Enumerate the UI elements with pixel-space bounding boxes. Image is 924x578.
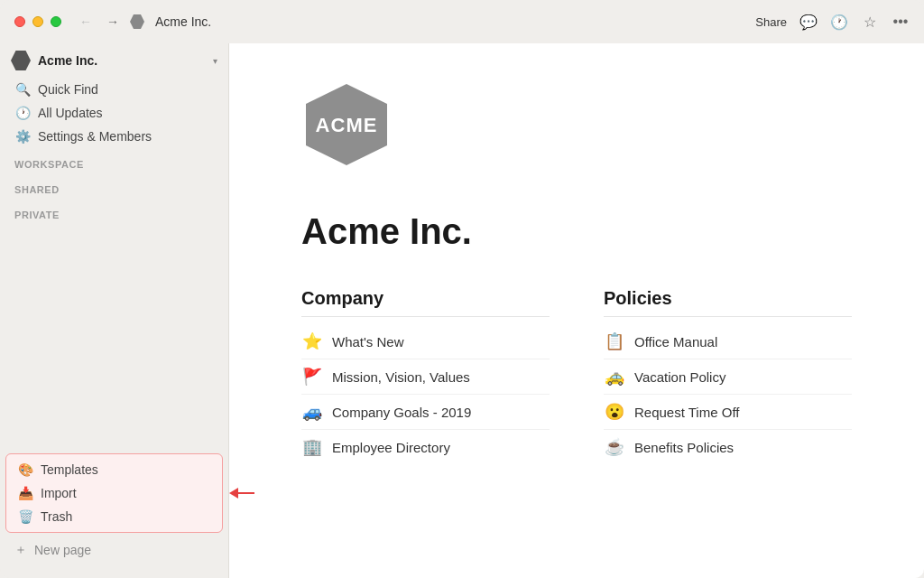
titlebar-actions: Share 💬 🕐 ☆ ••• xyxy=(755,13,910,31)
sidebar-item-settings[interactable]: ⚙️ Settings & Members xyxy=(4,125,225,148)
link-company-goals[interactable]: 🚙 Company Goals - 2019 xyxy=(301,395,550,430)
minimize-button[interactable] xyxy=(32,16,43,27)
link-office-manual[interactable]: 📋 Office Manual xyxy=(604,324,852,359)
templates-icon: 🎨 xyxy=(17,462,33,477)
back-button[interactable]: ← xyxy=(76,12,96,32)
sidebar-item-templates[interactable]: 🎨 Templates xyxy=(6,458,222,481)
comment-icon[interactable]: 💬 xyxy=(799,13,818,31)
new-page-button[interactable]: ＋ New page xyxy=(4,536,225,564)
new-page-label: New page xyxy=(34,543,91,557)
link-label: Vacation Policy xyxy=(634,369,725,385)
acme-logo: ACME xyxy=(301,79,392,179)
link-label: Office Manual xyxy=(634,334,717,350)
link-label: What's New xyxy=(332,334,404,350)
share-button[interactable]: Share xyxy=(755,15,787,29)
search-icon: 🔍 xyxy=(14,82,31,97)
sidebar-item-import[interactable]: 📥 Import xyxy=(6,481,222,505)
traffic-lights xyxy=(14,16,61,27)
link-request-time-off[interactable]: 😮 Request Time Off xyxy=(604,395,852,430)
titlebar: ← → Acme Inc. Share 💬 🕐 ☆ ••• xyxy=(0,0,924,43)
sidebar-item-label: Settings & Members xyxy=(38,129,152,144)
link-label: Benefits Policies xyxy=(634,440,734,455)
shared-section-label: SHARED xyxy=(0,173,228,199)
workspace-header[interactable]: Acme Inc. ▾ xyxy=(0,43,228,78)
favorite-icon[interactable]: ☆ xyxy=(861,13,879,31)
history-icon[interactable]: 🕐 xyxy=(830,13,848,31)
link-employee-directory[interactable]: 🏢 Employee Directory xyxy=(301,430,550,464)
workspace-section-label: WORKSPACE xyxy=(0,148,228,173)
company-column: Company ⭐ What's New 🚩 Mission, Vision, … xyxy=(301,288,550,464)
sidebar-item-trash[interactable]: 🗑️ Trash xyxy=(6,505,222,528)
page-icon xyxy=(130,14,144,29)
sidebar-item-label: Quick Find xyxy=(38,82,98,97)
link-label: Request Time Off xyxy=(634,405,739,420)
face-icon: 😮 xyxy=(604,402,625,422)
sidebar-item-label: Trash xyxy=(41,509,72,524)
arrow-line xyxy=(236,492,254,494)
sidebar-item-label: All Updates xyxy=(38,106,103,120)
sidebar-item-quick-find[interactable]: 🔍 Quick Find xyxy=(4,78,225,101)
settings-icon: ⚙️ xyxy=(14,129,31,144)
policies-column: Policies 📋 Office Manual 🚕 Vacation Poli… xyxy=(604,288,852,464)
policies-heading: Policies xyxy=(604,288,852,317)
company-heading: Company xyxy=(301,288,550,317)
star-icon: ⭐ xyxy=(301,331,323,351)
workspace-name: Acme Inc. xyxy=(38,53,206,68)
link-label: Company Goals - 2019 xyxy=(332,405,471,420)
coffee-icon: ☕ xyxy=(604,437,625,457)
link-vacation-policy[interactable]: 🚕 Vacation Policy xyxy=(604,359,852,395)
sidebar: Acme Inc. ▾ 🔍 Quick Find 🕐 All Updates ⚙… xyxy=(0,43,229,578)
flag-icon: 🚩 xyxy=(301,367,323,387)
highlighted-section: 🎨 Templates 📥 Import 🗑️ Trash xyxy=(5,453,223,533)
titlebar-title: Acme Inc. xyxy=(155,14,211,29)
import-icon: 📥 xyxy=(17,486,33,500)
maximize-button[interactable] xyxy=(51,16,61,27)
sidebar-item-label: Import xyxy=(41,486,77,500)
private-section-label: PRIVATE xyxy=(0,199,228,224)
close-button[interactable] xyxy=(14,16,25,27)
sidebar-item-label: Templates xyxy=(41,462,98,477)
nav-section: ← → Acme Inc. xyxy=(76,12,755,32)
more-options-icon[interactable]: ••• xyxy=(892,13,910,31)
workspace-icon xyxy=(11,51,31,70)
main-layout: Acme Inc. ▾ 🔍 Quick Find 🕐 All Updates ⚙… xyxy=(0,43,924,578)
arrow-indicator xyxy=(229,488,254,499)
sidebar-bottom-section: 🎨 Templates 📥 Import 🗑️ Trash xyxy=(0,450,228,578)
link-whats-new[interactable]: ⭐ What's New xyxy=(301,324,550,359)
clipboard-icon: 📋 xyxy=(604,331,625,351)
link-label: Employee Directory xyxy=(332,440,450,455)
link-benefits-policies[interactable]: ☕ Benefits Policies xyxy=(604,430,852,464)
link-label: Mission, Vision, Values xyxy=(332,369,470,385)
forward-button[interactable]: → xyxy=(103,12,123,32)
sidebar-item-all-updates[interactable]: 🕐 All Updates xyxy=(4,101,225,125)
building-icon: 🏢 xyxy=(301,437,323,457)
plus-icon: ＋ xyxy=(14,542,27,558)
chevron-down-icon: ▾ xyxy=(213,56,217,66)
taxi-icon: 🚕 xyxy=(604,367,625,387)
content-area: ACME Acme Inc. Company ⭐ What's New 🚩 Mi… xyxy=(229,43,924,578)
page-title: Acme Inc. xyxy=(301,211,852,252)
link-mission[interactable]: 🚩 Mission, Vision, Values xyxy=(301,359,550,395)
updates-icon: 🕐 xyxy=(14,106,31,120)
car-icon: 🚙 xyxy=(301,402,323,422)
trash-icon: 🗑️ xyxy=(17,509,33,524)
svg-text:ACME: ACME xyxy=(316,114,378,136)
columns-section: Company ⭐ What's New 🚩 Mission, Vision, … xyxy=(301,288,852,464)
